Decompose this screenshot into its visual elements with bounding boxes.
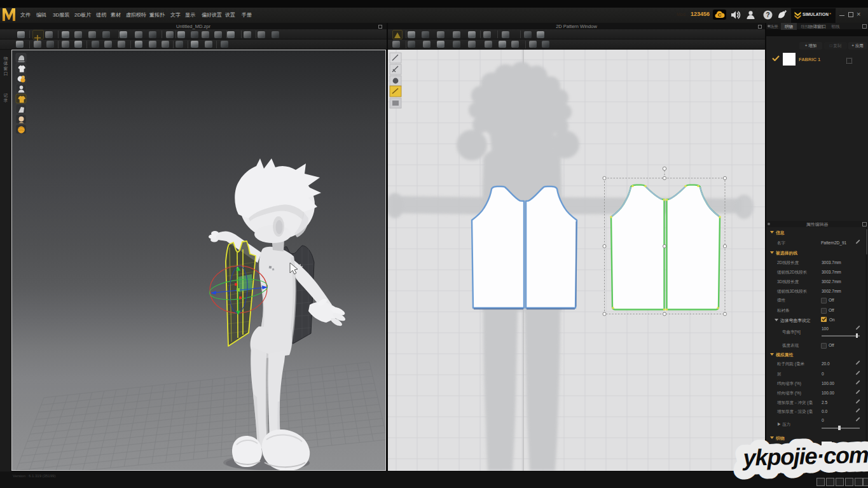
svg-text:C: C [718, 12, 722, 18]
svg-text:?: ? [766, 11, 769, 18]
svg-text:ykpojie·com: ykpojie·com [741, 442, 868, 471]
